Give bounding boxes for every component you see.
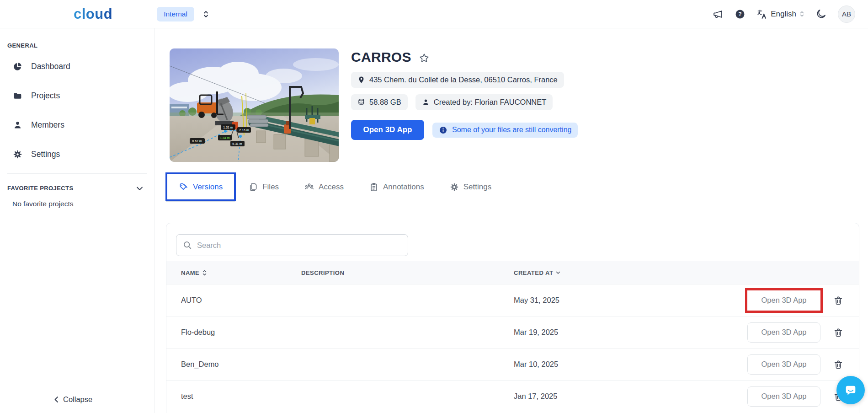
workspace-switcher-icon[interactable] xyxy=(202,10,209,18)
tutorial-highlight-box: Open 3D App xyxy=(745,288,823,313)
open-3d-app-row-button[interactable]: Open 3D App xyxy=(747,290,820,311)
tab-access[interactable]: Access xyxy=(304,182,344,192)
measurement-label: 8.67 m xyxy=(192,139,202,143)
version-created-at: Mar 19, 2025 xyxy=(499,328,747,337)
tab-settings[interactable]: Settings xyxy=(450,182,491,192)
main-content: 1.31 m 2.16 m 1.84 m 8.67 m 5.31 m CARRO… xyxy=(154,28,868,413)
favorite-star-icon[interactable] xyxy=(419,53,430,64)
column-header-name[interactable]: NAME xyxy=(166,269,287,276)
chevron-down-icon xyxy=(136,186,143,191)
dark-mode-icon[interactable] xyxy=(815,8,827,20)
open-3d-app-row-button[interactable]: Open 3D App xyxy=(747,354,820,375)
tab-annotations[interactable]: Annotations xyxy=(369,182,424,192)
version-created-at: Mar 10, 2025 xyxy=(499,360,747,369)
trash-icon xyxy=(833,327,843,338)
address-text: 435 Chem. du Collet de la Desse, 06510 C… xyxy=(369,75,558,84)
storage-badge: 58.88 GB xyxy=(351,94,408,110)
help-icon[interactable]: ? xyxy=(735,9,746,20)
avatar[interactable]: AB xyxy=(838,5,855,23)
converting-notice-text: Some of your files are still converting xyxy=(452,126,571,134)
workspace-badge[interactable]: Internal xyxy=(157,7,194,21)
person-icon xyxy=(422,98,430,106)
sidebar-item-projects[interactable]: Projects xyxy=(0,81,154,110)
top-navbar: cloud Internal ? English xyxy=(0,0,868,28)
open-3d-app-row-button[interactable]: Open 3D App xyxy=(747,322,820,343)
sidebar-item-label: Projects xyxy=(31,91,60,101)
tab-files[interactable]: Files xyxy=(249,182,279,192)
search-icon xyxy=(182,240,192,250)
database-icon xyxy=(357,98,365,106)
clipboard-icon xyxy=(369,182,378,192)
gear-icon xyxy=(450,182,459,192)
language-label: English xyxy=(771,10,796,19)
tab-label: Annotations xyxy=(383,182,424,192)
open-3d-app-row-button[interactable]: Open 3D App xyxy=(747,386,820,407)
collapse-label: Collapse xyxy=(63,395,92,404)
column-label: DESCRIPTION xyxy=(301,269,344,276)
open-3d-app-button[interactable]: Open 3D App xyxy=(351,120,424,140)
project-title: CARROS xyxy=(351,49,411,65)
measurement-label: 2.16 m xyxy=(239,129,249,132)
project-tabs: Versions Files Access xyxy=(165,172,868,201)
app-logo[interactable]: cloud xyxy=(74,6,112,22)
table-row: Ben_Demo Mar 10, 2025 Open 3D App xyxy=(166,348,859,380)
folder-icon xyxy=(13,91,22,101)
person-icon xyxy=(13,120,22,130)
sidebar-divider xyxy=(7,173,147,174)
project-header: 1.31 m 2.16 m 1.84 m 8.67 m 5.31 m CARRO… xyxy=(170,48,868,162)
column-header-description[interactable]: DESCRIPTION xyxy=(287,269,499,276)
chat-bubble-icon xyxy=(844,383,857,397)
tab-label: Settings xyxy=(463,182,491,192)
creator-badge: Created by: Florian FAUCONNET xyxy=(415,94,553,110)
tab-label: Versions xyxy=(193,182,223,192)
trash-icon xyxy=(833,359,843,370)
table-row: Flo-debug Mar 19, 2025 Open 3D App xyxy=(166,316,859,348)
chat-launcher-button[interactable] xyxy=(836,376,865,404)
translate-icon xyxy=(756,9,767,20)
favorites-section-title: FAVORITE PROJECTS xyxy=(7,185,74,192)
project-thumbnail[interactable]: 1.31 m 2.16 m 1.84 m 8.67 m 5.31 m xyxy=(170,48,339,162)
converting-notice: Some of your files are still converting xyxy=(432,123,578,138)
chevron-left-icon xyxy=(54,396,59,403)
files-icon xyxy=(249,182,258,192)
measurement-label: 5.31 m xyxy=(232,142,242,145)
measurement-label: 1.31 m xyxy=(223,126,233,129)
location-pin-icon xyxy=(357,76,365,84)
tags-icon xyxy=(179,182,188,192)
sidebar-item-settings[interactable]: Settings xyxy=(0,139,154,169)
column-header-created-at[interactable]: CREATED AT xyxy=(499,269,747,276)
version-created-at: May 31, 2025 xyxy=(499,296,747,305)
search-input[interactable] xyxy=(176,234,408,256)
delete-version-button[interactable] xyxy=(831,294,859,307)
favorites-empty-text: No favorite projects xyxy=(0,193,154,208)
version-name: Flo-debug xyxy=(166,328,287,337)
sidebar-collapse-button[interactable]: Collapse xyxy=(54,395,92,404)
info-icon xyxy=(439,126,447,134)
chevron-up-down-icon xyxy=(799,11,804,17)
delete-version-button[interactable] xyxy=(831,326,859,339)
table-header: NAME DESCRIPTION CREATED AT xyxy=(166,261,859,284)
storage-size: 58.88 GB xyxy=(369,98,401,107)
sort-desc-icon xyxy=(556,271,560,274)
delete-version-button[interactable] xyxy=(831,358,859,371)
gear-icon xyxy=(13,150,22,159)
announcements-icon[interactable] xyxy=(713,9,724,20)
favorites-section-header[interactable]: FAVORITE PROJECTS xyxy=(0,178,154,193)
version-created-at: Jan 17, 2025 xyxy=(499,392,747,401)
tab-versions[interactable]: Versions xyxy=(165,172,236,201)
measurement-label: 1.84 m xyxy=(220,136,230,139)
column-label: CREATED AT xyxy=(514,269,553,276)
sidebar-item-dashboard[interactable]: Dashboard xyxy=(0,52,154,81)
sidebar-item-members[interactable]: Members xyxy=(0,110,154,139)
creator-text: Created by: Florian FAUCONNET xyxy=(434,98,547,107)
tab-label: Files xyxy=(262,182,279,192)
version-name: AUTO xyxy=(166,296,287,305)
sidebar-item-label: Settings xyxy=(31,150,60,159)
version-name: test xyxy=(166,392,287,401)
address-badge: 435 Chem. du Collet de la Desse, 06510 C… xyxy=(351,72,564,88)
language-selector[interactable]: English xyxy=(756,9,804,20)
versions-panel: NAME DESCRIPTION CREATED AT AUTO May 31,… xyxy=(166,223,859,413)
people-icon xyxy=(304,182,314,192)
table-row: AUTO May 31, 2025 Open 3D App xyxy=(166,284,859,316)
svg-text:?: ? xyxy=(739,11,742,17)
